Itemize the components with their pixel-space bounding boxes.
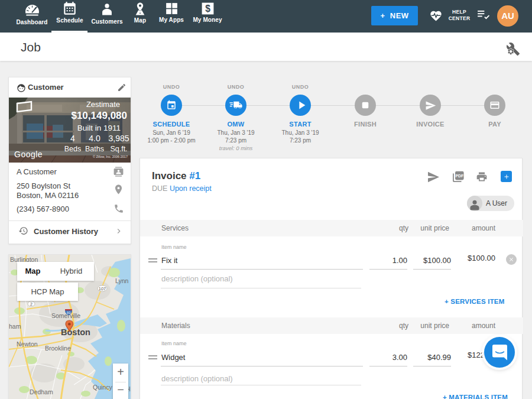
svg-text:Boston: Boston	[61, 327, 90, 337]
svg-text:93: 93	[67, 311, 71, 314]
svg-text:Newton: Newton	[17, 340, 38, 348]
svg-text:ham: ham	[9, 323, 21, 330]
svg-text:Quincy: Quincy	[93, 384, 112, 391]
svg-text:107: 107	[99, 286, 106, 291]
svg-text:PDF: PDF	[455, 174, 463, 178]
svg-text:$: $	[205, 4, 210, 14]
svg-text:Lynn: Lynn	[115, 277, 129, 284]
svg-text:Dedham: Dedham	[30, 388, 53, 395]
svg-text:2: 2	[30, 302, 33, 306]
svg-text:Brookline: Brookline	[45, 345, 71, 352]
